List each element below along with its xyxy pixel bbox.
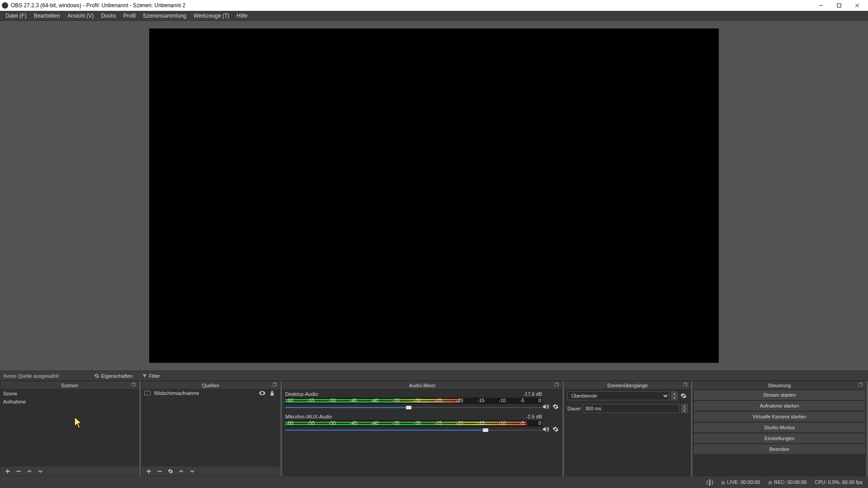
controls-list: Stream startenAufnahme startenVirtuelle … [693, 389, 866, 476]
display-capture-icon [144, 391, 151, 395]
scene-list[interactable]: SzeneAufnahme [0, 389, 139, 466]
preview-canvas[interactable] [149, 28, 719, 363]
level-meter: -60-55-50-45-40-35-30-25-20-15-10-50 [285, 420, 542, 427]
status-cpu: CPU: 0.5%, 60.00 fps [815, 479, 863, 485]
control-button[interactable]: Aufnahme starten [693, 400, 866, 411]
sources-title: Quellen [202, 383, 219, 388]
preview-area [0, 21, 868, 371]
status-live: LIVE: 00:00:00 [721, 479, 760, 485]
filter-icon [142, 373, 147, 379]
menu-docks[interactable]: Docks [97, 12, 119, 20]
controls-dock: Steuerung ❐ Stream startenAufnahme start… [693, 381, 866, 476]
visibility-toggle[interactable] [259, 391, 266, 395]
level-meter: -60-55-50-45-40-35-30-25-20-15-10-50 [285, 398, 542, 404]
add-source-button[interactable] [145, 468, 152, 475]
source-list[interactable]: Bildschirmaufnahme [142, 389, 280, 466]
properties-label: Eigenschaften [101, 373, 133, 379]
scene-down-button[interactable] [37, 468, 44, 475]
mixer-channel: Mikrofon-/AUX-Audio-2.5 dB-60-55-50-45-4… [283, 412, 562, 435]
scenes-dock: Szenen ❐ SzeneAufnahme [0, 381, 139, 476]
filter-label: Filter [149, 373, 160, 379]
channel-settings-button[interactable] [552, 426, 559, 433]
transitions-body: Überblende ▴▾ Dauer ▴▾ [565, 389, 690, 476]
channel-settings-button[interactable] [552, 403, 559, 410]
scene-item[interactable]: Aufnahme [0, 398, 139, 406]
docks-row: Szenen ❐ SzeneAufnahme Quellen ❐ Bildsch… [0, 381, 868, 476]
control-button[interactable]: Einstellungen [693, 433, 866, 444]
mute-button[interactable] [542, 426, 549, 433]
channel-db: -17.0 dB [523, 391, 542, 397]
duration-spin[interactable]: ▴▾ [681, 404, 688, 413]
maximize-button[interactable] [830, 0, 848, 11]
scene-item[interactable]: Szene [0, 389, 139, 398]
control-button[interactable]: Virtuelle Kamera starten [693, 411, 866, 422]
channel-db: -2.5 dB [526, 414, 542, 419]
mixer-channel: Desktop-Audio-17.0 dB-60-55-50-45-40-35-… [283, 389, 562, 412]
lock-toggle[interactable] [270, 390, 277, 396]
control-button[interactable]: Studio-Modus [693, 422, 866, 433]
source-toolbar: Keine Quelle ausgewählt Eigenschaften Fi… [0, 371, 868, 381]
transitions-dock: Szenenübergänge ❐ Überblende ▴▾ Dauer ▴▾ [564, 381, 691, 476]
channel-name: Mikrofon-/AUX-Audio [285, 414, 332, 419]
no-source-label: Keine Quelle ausgewählt [2, 373, 61, 379]
menu-view[interactable]: Ansicht (V) [64, 12, 98, 20]
transitions-title: Szenenübergänge [607, 383, 648, 388]
title-bar: OBS 27.2.3 (64-bit, windows) - Profil: U… [0, 0, 868, 11]
scenes-title: Szenen [61, 383, 78, 388]
menu-scene-collection[interactable]: Szenensammlung [139, 12, 190, 20]
source-properties-button[interactable] [167, 468, 174, 475]
status-bar: LIVE: 00:00:00 REC: 00:00:00 CPU: 0.5%, … [0, 476, 868, 488]
gear-icon [94, 373, 99, 379]
remove-source-button[interactable] [156, 468, 163, 475]
network-icon [707, 479, 713, 485]
menu-profile[interactable]: Profil [120, 12, 139, 20]
transition-spin[interactable]: ▴▾ [671, 391, 678, 400]
properties-button[interactable]: Eigenschaften [90, 372, 137, 380]
menu-file[interactable]: Datei (F) [2, 12, 30, 20]
duration-label: Dauer [567, 406, 581, 411]
transition-select[interactable]: Überblende [567, 391, 670, 400]
window-title: OBS 27.2.3 (64-bit, windows) - Profil: U… [11, 2, 812, 9]
duration-input[interactable] [583, 404, 679, 413]
menu-edit[interactable]: Bearbeiten [30, 12, 64, 20]
menu-bar: Datei (F) Bearbeiten Ansicht (V) Docks P… [0, 11, 868, 21]
scene-up-button[interactable] [26, 468, 33, 475]
control-button[interactable]: Stream starten [693, 389, 866, 400]
menu-tools[interactable]: Werkzeuge (T) [190, 12, 233, 20]
app-logo-icon [2, 2, 8, 9]
audio-mixer-dock: Audio-Mixer ❐ Desktop-Audio-17.0 dB-60-5… [282, 381, 562, 476]
mute-button[interactable] [542, 403, 549, 410]
source-label: Bildschirmaufnahme [154, 390, 255, 396]
control-button[interactable]: Beenden [693, 444, 866, 455]
popout-icon[interactable]: ❐ [273, 382, 278, 388]
transition-settings-button[interactable] [679, 392, 688, 400]
menu-help[interactable]: Hilfe [233, 12, 251, 20]
remove-scene-button[interactable] [15, 468, 22, 475]
volume-slider[interactable] [285, 405, 542, 410]
source-down-button[interactable] [189, 468, 196, 475]
sources-dock: Quellen ❐ Bildschirmaufnahme [141, 381, 280, 476]
status-rec: REC: 00:00:00 [768, 479, 807, 485]
close-button[interactable] [848, 0, 866, 11]
mixer-body: Desktop-Audio-17.0 dB-60-55-50-45-40-35-… [283, 389, 562, 476]
add-scene-button[interactable] [4, 468, 11, 475]
minimize-button[interactable] [812, 0, 830, 11]
source-item[interactable]: Bildschirmaufnahme [142, 389, 280, 397]
source-up-button[interactable] [178, 468, 185, 475]
popout-icon[interactable]: ❐ [859, 382, 864, 388]
volume-slider[interactable] [285, 427, 542, 433]
popout-icon[interactable]: ❐ [132, 382, 137, 388]
filter-button[interactable]: Filter [138, 372, 164, 380]
popout-icon[interactable]: ❐ [683, 382, 689, 388]
popout-icon[interactable]: ❐ [555, 382, 560, 388]
mixer-title: Audio-Mixer [409, 383, 436, 388]
svg-rect-0 [837, 4, 841, 7]
channel-name: Desktop-Audio [285, 391, 318, 397]
controls-title: Steuerung [768, 383, 791, 388]
